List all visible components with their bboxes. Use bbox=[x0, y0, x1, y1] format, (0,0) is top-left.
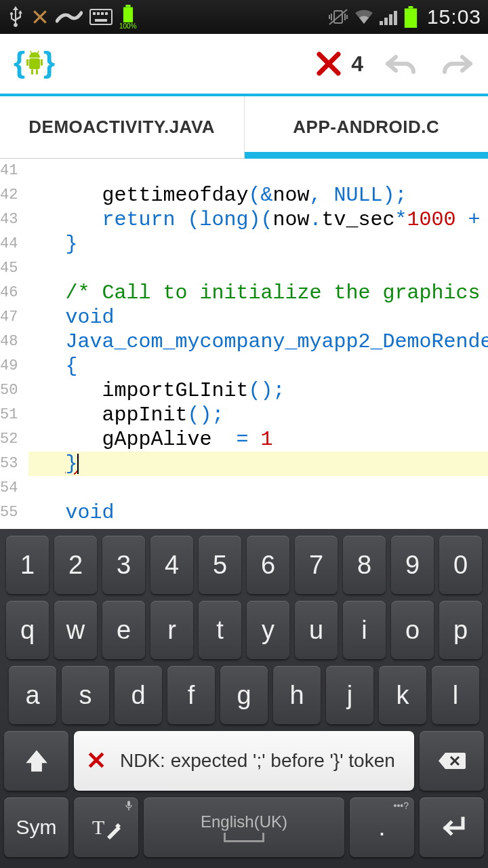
key-1[interactable]: 1 bbox=[6, 536, 49, 594]
key-q[interactable]: q bbox=[6, 601, 49, 659]
svg-text:{: { bbox=[14, 45, 25, 79]
key-u[interactable]: u bbox=[295, 601, 338, 659]
key-3[interactable]: 3 bbox=[102, 536, 145, 594]
mic-hint-icon bbox=[125, 800, 133, 811]
usb-icon bbox=[7, 5, 24, 29]
code-line[interactable]: return (long)(now.tv_sec*1000 + no bbox=[28, 208, 488, 232]
line-number: 41 bbox=[0, 159, 22, 183]
key-4[interactable]: 4 bbox=[150, 536, 193, 594]
symbols-key[interactable]: Sym bbox=[4, 797, 68, 857]
key-j[interactable]: j bbox=[326, 666, 373, 724]
svg-rect-21 bbox=[31, 69, 33, 75]
tab-app-android[interactable]: APP-ANDROID.C bbox=[245, 96, 489, 158]
code-line[interactable]: gAppAlive = 1 bbox=[28, 427, 488, 452]
keyboard-language: English(UK) bbox=[201, 812, 287, 831]
line-number: 52 bbox=[0, 427, 22, 452]
error-count-button[interactable]: 4 bbox=[314, 50, 363, 78]
key-5[interactable]: 5 bbox=[199, 536, 241, 594]
code-line[interactable] bbox=[28, 159, 488, 183]
key-k[interactable]: k bbox=[379, 666, 426, 724]
key-r[interactable]: r bbox=[150, 601, 193, 659]
key-2[interactable]: 2 bbox=[54, 536, 97, 594]
space-bar-icon bbox=[224, 833, 264, 842]
text-tool-key[interactable]: T bbox=[74, 797, 138, 857]
svg-rect-13 bbox=[394, 11, 397, 25]
svg-rect-2 bbox=[97, 12, 100, 15]
battery-left-icon: 100% bbox=[119, 5, 137, 30]
code-line[interactable]: { bbox=[28, 354, 488, 378]
key-y[interactable]: y bbox=[247, 601, 289, 659]
error-count: 4 bbox=[351, 52, 363, 77]
svg-rect-18 bbox=[29, 58, 40, 69]
key-a[interactable]: a bbox=[9, 666, 56, 724]
code-line[interactable]: void bbox=[28, 305, 488, 330]
line-number: 55 bbox=[0, 500, 22, 525]
code-line[interactable]: } bbox=[28, 232, 488, 256]
keyboard-notif-icon bbox=[89, 9, 113, 25]
svg-rect-6 bbox=[125, 5, 130, 7]
key-8[interactable]: 8 bbox=[343, 536, 386, 594]
svg-line-23 bbox=[30, 51, 32, 54]
key-w[interactable]: w bbox=[54, 601, 97, 659]
code-content[interactable]: gettimeofday(&now, NULL); return (long)(… bbox=[22, 159, 488, 529]
key-o[interactable]: o bbox=[391, 601, 434, 659]
key-i[interactable]: i bbox=[343, 601, 386, 659]
code-line[interactable]: /* Call to initialize the graphics sta bbox=[28, 281, 488, 305]
key-h[interactable]: h bbox=[273, 666, 321, 724]
period-key[interactable]: . •••? bbox=[350, 797, 414, 857]
tab-demoactivity[interactable]: DEMOACTIVITY.JAVA bbox=[0, 96, 245, 158]
key-7[interactable]: 7 bbox=[295, 536, 338, 594]
svg-rect-3 bbox=[101, 12, 104, 15]
svg-rect-26 bbox=[127, 801, 130, 806]
close-icon bbox=[31, 8, 49, 26]
line-number: 43 bbox=[0, 208, 22, 232]
key-l[interactable]: l bbox=[432, 666, 479, 724]
svg-rect-15 bbox=[405, 8, 417, 28]
more-hint-icon: •••? bbox=[394, 800, 409, 811]
close-icon: ✕ bbox=[86, 747, 106, 775]
code-line[interactable]: } bbox=[28, 452, 488, 476]
svg-line-24 bbox=[37, 51, 39, 54]
tab-label: DEMOACTIVITY.JAVA bbox=[28, 117, 215, 138]
key-0[interactable]: 0 bbox=[439, 536, 482, 594]
code-line[interactable] bbox=[28, 476, 488, 500]
svg-rect-7 bbox=[123, 7, 133, 22]
signal-icon bbox=[380, 9, 399, 25]
line-number: 54 bbox=[0, 476, 22, 500]
undo-button[interactable] bbox=[384, 50, 419, 77]
wifi-icon bbox=[354, 9, 374, 25]
key-t[interactable]: t bbox=[199, 601, 241, 659]
code-line[interactable]: gettimeofday(&now, NULL); bbox=[28, 183, 488, 208]
svg-rect-22 bbox=[36, 69, 38, 75]
error-x-icon bbox=[314, 50, 343, 78]
enter-key[interactable] bbox=[420, 797, 484, 857]
svg-rect-10 bbox=[380, 21, 383, 25]
key-f[interactable]: f bbox=[167, 666, 215, 724]
key-d[interactable]: d bbox=[115, 666, 162, 724]
key-p[interactable]: p bbox=[439, 601, 482, 659]
code-line[interactable]: Java_com_mycompany_myapp2_DemoRenderer bbox=[28, 330, 488, 354]
line-number: 46 bbox=[0, 281, 22, 305]
tab-label: APP-ANDROID.C bbox=[293, 117, 439, 138]
code-line[interactable]: void bbox=[28, 500, 488, 525]
line-number: 51 bbox=[0, 403, 22, 427]
code-line[interactable]: importGLInit(); bbox=[28, 378, 488, 403]
key-s[interactable]: s bbox=[62, 666, 109, 724]
key-label: Sym bbox=[16, 816, 57, 839]
shift-key[interactable] bbox=[4, 731, 68, 791]
svg-rect-5 bbox=[95, 19, 107, 22]
code-editor[interactable]: 414243444546474849505152535455 gettimeof… bbox=[0, 159, 488, 529]
backspace-key[interactable] bbox=[420, 731, 484, 791]
clock: 15:03 bbox=[427, 5, 481, 28]
key-e[interactable]: e bbox=[102, 601, 145, 659]
key-6[interactable]: 6 bbox=[247, 536, 289, 594]
space-key[interactable]: English(UK) bbox=[144, 797, 344, 857]
key-9[interactable]: 9 bbox=[391, 536, 434, 594]
svg-rect-12 bbox=[389, 14, 392, 25]
soft-keyboard: 1234567890 qwertyuiop asdfghjkl ✕ NDK: e… bbox=[0, 529, 488, 868]
error-suggestion-bar[interactable]: ✕ NDK: expected ';' before '}' token bbox=[74, 731, 414, 791]
code-line[interactable] bbox=[28, 256, 488, 281]
key-g[interactable]: g bbox=[220, 666, 268, 724]
code-line[interactable]: appInit(); bbox=[28, 403, 488, 427]
redo-button[interactable] bbox=[439, 50, 474, 77]
